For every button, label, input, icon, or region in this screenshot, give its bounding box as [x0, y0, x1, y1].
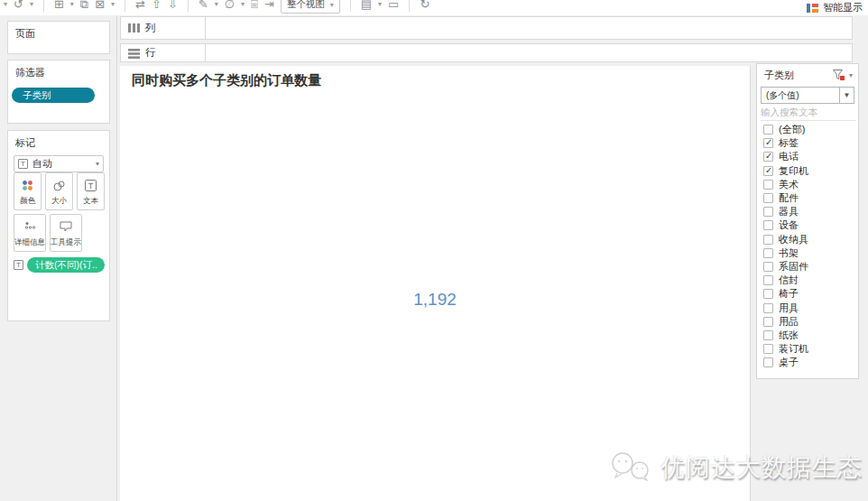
rows-icon	[128, 48, 140, 59]
chevron-down-icon: ▼	[839, 88, 854, 103]
filter-item-label: 椅子	[779, 287, 799, 301]
clear-sheet-icon[interactable]: ⊠	[95, 0, 105, 15]
filter-item[interactable]: 配件	[757, 191, 858, 205]
duplicate-sheet-icon[interactable]: ⧉	[80, 0, 88, 15]
checkbox-icon[interactable]	[763, 193, 773, 203]
share-icon[interactable]: ↻	[420, 0, 429, 15]
checkbox-icon[interactable]	[763, 275, 773, 285]
filter-item[interactable]: 系固件	[757, 260, 858, 274]
checkbox-icon[interactable]	[763, 248, 773, 258]
rows-shelf[interactable]: 行	[120, 43, 853, 62]
filter-item[interactable]: 设备	[757, 218, 858, 232]
checkbox-icon[interactable]	[763, 220, 773, 230]
show-me-label: 智能显示	[823, 1, 863, 14]
toolbar-separator	[125, 0, 125, 12]
filter-item[interactable]: 器具	[757, 205, 858, 218]
filter-item[interactable]: 装订机	[757, 342, 858, 356]
sort-descending-icon[interactable]: ⇩	[168, 0, 178, 15]
mark-type-value: 自动	[32, 157, 96, 171]
clear-sheet-caret-icon[interactable]: ▾	[111, 0, 115, 15]
filter-item[interactable]: 美术	[757, 178, 858, 191]
filter-funnel-icon[interactable]	[833, 70, 845, 80]
filter-item[interactable]: (全部)	[757, 123, 858, 136]
text-mark-value[interactable]: 1,192	[120, 290, 750, 310]
filter-item[interactable]: 纸张	[757, 329, 858, 342]
mark-button-label: 文本	[83, 196, 98, 207]
undo-icon[interactable]: ↺	[14, 0, 23, 15]
text-mark-icon: T	[18, 159, 28, 169]
quick-filter-card: 子类别 ▾ (多个值) ▼ (全部)标签电话复印机美术配件器具设备收纳具书架系固…	[756, 63, 859, 379]
mark-button-text[interactable]: T文本	[77, 172, 105, 210]
filter-item-label: 美术	[779, 178, 799, 191]
checkbox-checked-icon[interactable]	[763, 152, 773, 162]
toolbar-separator	[188, 0, 189, 12]
highlight-icon[interactable]: ✎	[199, 0, 208, 15]
menu-caret-icon[interactable]: ▾	[4, 0, 7, 15]
checkbox-checked-icon[interactable]	[763, 166, 773, 176]
fit-selector[interactable]: 整个视图▾	[281, 0, 340, 14]
checkbox-icon[interactable]	[763, 125, 773, 135]
mark-button-label: 工具提示	[51, 237, 81, 248]
new-worksheet-caret-icon[interactable]: ▾	[70, 0, 74, 15]
filter-item-label: 信封	[779, 274, 799, 287]
checkbox-icon[interactable]	[763, 262, 773, 272]
checkbox-icon[interactable]	[763, 303, 773, 313]
filter-item[interactable]: 用品	[757, 315, 858, 329]
group-caret-icon[interactable]: ▾	[241, 0, 245, 15]
checkbox-icon[interactable]	[763, 207, 773, 217]
filter-item[interactable]: 电话	[757, 150, 858, 163]
mark-button-tooltip[interactable]: 工具提示	[50, 214, 82, 252]
chevron-down-icon[interactable]: ▾	[849, 71, 853, 79]
filter-item[interactable]: 书架	[757, 246, 858, 260]
fix-axes-icon[interactable]: ⇥	[264, 0, 274, 15]
show-cards-caret-icon[interactable]: ▾	[378, 0, 382, 15]
filter-pill-subcategory[interactable]: 子类别	[12, 88, 95, 103]
toolbar-icons: ▾↺▾⊞▾⧉⊠▾⇄⇧⇩✎▾∅▾⌸⇥整个视图▾▤▾▭↻	[4, 0, 429, 15]
sort-ascending-icon[interactable]: ⇧	[152, 0, 162, 15]
swap-axes-icon[interactable]: ⇄	[135, 0, 145, 15]
filter-item-label: 纸张	[779, 329, 799, 342]
checkbox-icon[interactable]	[763, 180, 773, 190]
measure-pill-countd[interactable]: 计数(不同)(订..	[27, 257, 105, 273]
mark-type-dropdown[interactable]: T 自动 ▾	[14, 155, 104, 172]
mark-button-color[interactable]: 颜色	[14, 172, 42, 210]
checkbox-icon[interactable]	[763, 330, 773, 340]
filter-item-label: 配件	[779, 191, 799, 205]
checkbox-icon[interactable]	[763, 357, 773, 367]
show-me-button[interactable]: 智能显示	[807, 0, 863, 15]
new-worksheet-icon[interactable]: ⊞	[54, 0, 64, 15]
filter-item[interactable]: 标签	[757, 136, 858, 150]
filter-item-label: (全部)	[779, 123, 805, 136]
columns-shelf[interactable]: 列	[120, 16, 853, 40]
filter-item[interactable]: 用具	[757, 301, 858, 314]
filter-values-dropdown[interactable]: (多个值) ▼	[761, 87, 854, 104]
highlight-caret-icon[interactable]: ▾	[215, 0, 218, 15]
filter-item[interactable]: 椅子	[757, 287, 858, 301]
group-members-icon[interactable]: ∅	[225, 0, 235, 15]
detail-icon	[24, 218, 36, 235]
checkbox-icon[interactable]	[763, 289, 773, 299]
checkbox-icon[interactable]	[763, 317, 773, 327]
tooltip-icon	[60, 218, 72, 235]
filter-item[interactable]: 收纳具	[757, 233, 858, 246]
undo-caret-icon[interactable]: ▾	[30, 0, 33, 15]
filter-item[interactable]: 信封	[757, 274, 858, 287]
checkbox-icon[interactable]	[763, 344, 773, 354]
mark-labels-icon[interactable]: ⌸	[251, 0, 258, 15]
data-pane: 页面 筛选器 子类别 标记 T 自动 ▾ 颜色大小T文本详细信息工具提示 T 计…	[0, 15, 117, 501]
checkbox-icon[interactable]	[763, 235, 773, 245]
mark-button-size[interactable]: 大小	[45, 172, 73, 210]
quick-filter-title: 子类别	[764, 69, 833, 82]
filter-search-input[interactable]	[761, 104, 856, 121]
mark-button-label: 颜色	[20, 196, 35, 207]
checkbox-checked-icon[interactable]	[763, 138, 773, 148]
filter-item-label: 系固件	[779, 260, 808, 274]
filters-card: 筛选器 子类别	[7, 60, 110, 124]
filter-item-label: 设备	[779, 218, 799, 232]
filter-item-label: 用品	[779, 315, 799, 329]
presentation-mode-icon[interactable]: ▭	[388, 0, 399, 15]
filter-item[interactable]: 复印机	[757, 164, 858, 178]
mark-button-detail[interactable]: 详细信息	[14, 214, 46, 252]
show-cards-icon[interactable]: ▤	[361, 0, 372, 15]
filter-item[interactable]: 桌子	[757, 356, 858, 369]
